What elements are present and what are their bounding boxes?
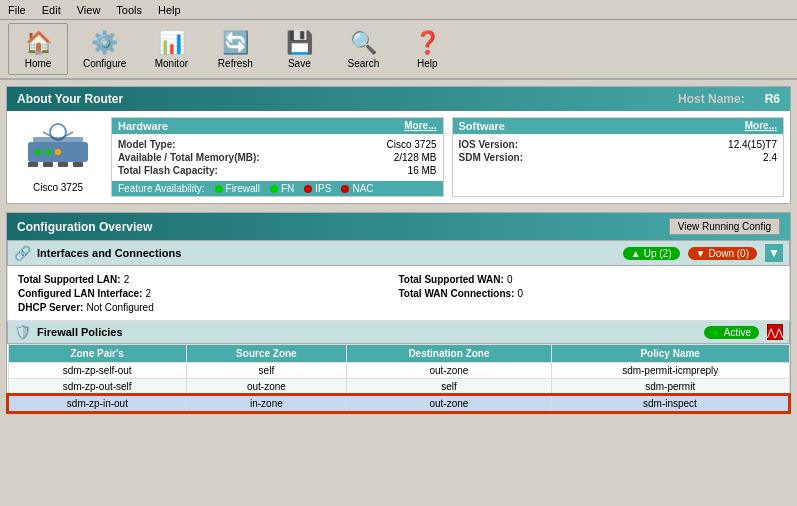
- save-label: Save: [288, 58, 311, 69]
- fw-dest-zone-cell: out-zone: [346, 395, 551, 412]
- fw-col-zone-pair: Zone Pair's: [8, 345, 186, 363]
- feature-ips: IPS: [304, 183, 331, 194]
- hw-model-value: Cisco 3725: [386, 139, 436, 150]
- config-overview-header: Configuration Overview View Running Conf…: [7, 213, 790, 240]
- about-router-panel: About Your Router Host Name: R6: [6, 86, 791, 204]
- svg-rect-8: [28, 162, 38, 167]
- router-image: [23, 122, 93, 182]
- help-icon: ❓: [414, 30, 441, 56]
- refresh-label: Refresh: [218, 58, 253, 69]
- home-button[interactable]: 🏠 Home: [8, 23, 68, 75]
- save-button[interactable]: 💾 Save: [269, 23, 329, 75]
- fw-table-row[interactable]: sdm-zp-out-self out-zone self sdm-permit: [8, 379, 789, 396]
- interfaces-up-count: Up (2): [644, 248, 672, 259]
- monitor-icon: 📊: [158, 30, 185, 56]
- menu-bar: File Edit View Tools Help: [0, 0, 797, 20]
- main-content: About Your Router Host Name: R6: [0, 80, 797, 420]
- sw-ios-value: 12.4(15)T7: [728, 139, 777, 150]
- configure-label: Configure: [83, 58, 126, 69]
- config-overview-title: Configuration Overview: [17, 220, 152, 234]
- interfaces-down-count: Down (0): [708, 248, 749, 259]
- fw-table-row[interactable]: sdm-zp-self-out self out-zone sdm-permit…: [8, 363, 789, 379]
- software-panel-header: Software More...: [453, 118, 784, 134]
- firewall-table: Zone Pair's Source Zone Destination Zone…: [7, 344, 790, 413]
- refresh-button[interactable]: 🔄 Refresh: [205, 23, 265, 75]
- hardware-more-link[interactable]: More...: [404, 120, 436, 132]
- menu-view[interactable]: View: [69, 2, 109, 18]
- hw-row-flash: Total Flash Capacity: 16 MB: [118, 164, 437, 177]
- fw-policy-cell: sdm-permit-icmpreply: [551, 363, 789, 379]
- hw-row-memory: Available / Total Memory(MB): 2/128 MB: [118, 151, 437, 164]
- if-row-2: Configured LAN Interface: 2 Total WAN Co…: [18, 286, 779, 300]
- firewall-expand-button[interactable]: ⋀⋀: [767, 324, 783, 340]
- menu-edit[interactable]: Edit: [34, 2, 69, 18]
- hostname-label: Host Name:: [678, 92, 745, 106]
- total-wan-conn-value: 0: [517, 288, 523, 299]
- home-icon: 🏠: [25, 30, 52, 56]
- home-label: Home: [25, 58, 52, 69]
- if-row-3: DHCP Server: Not Configured: [18, 300, 779, 314]
- firewall-icon: 🛡️: [14, 324, 31, 340]
- software-more-link[interactable]: More...: [745, 120, 777, 132]
- refresh-icon: 🔄: [222, 30, 249, 56]
- fw-col-dest-zone: Destination Zone: [346, 345, 551, 363]
- view-running-config-button[interactable]: View Running Config: [669, 218, 780, 235]
- menu-help[interactable]: Help: [150, 2, 189, 18]
- fw-dest-zone-cell: self: [346, 379, 551, 396]
- hw-memory-value: 2/128 MB: [394, 152, 437, 163]
- help-label: Help: [417, 58, 438, 69]
- svg-rect-10: [58, 162, 68, 167]
- fw-zone-pair-cell: sdm-zp-out-self: [8, 379, 186, 396]
- config-lan-label: Configured LAN Interface:: [18, 288, 142, 299]
- fn-status-dot: [270, 185, 278, 193]
- interfaces-icon: 🔗: [14, 245, 31, 261]
- configure-button[interactable]: ⚙️ Configure: [72, 23, 137, 75]
- sw-ios-label: IOS Version:: [459, 139, 518, 150]
- fw-source-zone-cell: in-zone: [186, 395, 346, 412]
- firewall-title: Firewall Policies: [37, 326, 123, 338]
- fw-zone-pair-cell: sdm-zp-self-out: [8, 363, 186, 379]
- search-button[interactable]: 🔍 Search: [333, 23, 393, 75]
- help-button[interactable]: ❓ Help: [397, 23, 457, 75]
- svg-point-7: [55, 149, 61, 155]
- toolbar: 🏠 Home ⚙️ Configure 📊 Monitor 🔄 Refresh …: [0, 20, 797, 80]
- hardware-panel-header: Hardware More...: [112, 118, 443, 134]
- monitor-label: Monitor: [155, 58, 188, 69]
- router-svg: [23, 122, 93, 177]
- sw-sdm-label: SDM Version:: [459, 152, 523, 163]
- interfaces-collapse-button[interactable]: ▼: [765, 244, 783, 262]
- menu-tools[interactable]: Tools: [108, 2, 150, 18]
- firewall-section-header: 🛡️ Firewall Policies ● Active ⋀⋀: [7, 321, 790, 344]
- fw-table-header-row: Zone Pair's Source Zone Destination Zone…: [8, 345, 789, 363]
- fw-zone-pair-cell: sdm-zp-in-out: [8, 395, 186, 412]
- config-lan-value: 2: [146, 288, 152, 299]
- fw-table-row[interactable]: sdm-zp-in-out in-zone out-zone sdm-inspe…: [8, 395, 789, 412]
- feature-fn-label: FN: [281, 183, 294, 194]
- total-wan-conn-label: Total WAN Connections:: [399, 288, 515, 299]
- config-overview-panel: Configuration Overview View Running Conf…: [6, 212, 791, 414]
- fw-policy-cell: sdm-inspect: [551, 395, 789, 412]
- ips-status-dot: [304, 185, 312, 193]
- configure-icon: ⚙️: [91, 30, 118, 56]
- hw-flash-label: Total Flash Capacity:: [118, 165, 218, 176]
- hw-flash-value: 16 MB: [408, 165, 437, 176]
- interfaces-body: Total Supported LAN: 2 Total Supported W…: [7, 266, 790, 321]
- dhcp-value: Not Configured: [86, 302, 153, 313]
- menu-file[interactable]: File: [0, 2, 34, 18]
- software-title: Software: [459, 120, 505, 132]
- nac-status-dot: [341, 185, 349, 193]
- about-router-title: About Your Router: [17, 92, 123, 106]
- search-label: Search: [348, 58, 380, 69]
- hardware-panel: Hardware More... Model Type: Cisco 3725 …: [111, 117, 444, 197]
- total-wan-value: 0: [507, 274, 513, 285]
- monitor-button[interactable]: 📊 Monitor: [141, 23, 201, 75]
- hostname-value: R6: [765, 92, 780, 106]
- sw-sdm-value: 2.4: [763, 152, 777, 163]
- fw-source-zone-cell: out-zone: [186, 379, 346, 396]
- firewall-status-dot: [215, 185, 223, 193]
- save-icon: 💾: [286, 30, 313, 56]
- feature-nac-label: NAC: [352, 183, 373, 194]
- fw-policy-cell: sdm-permit: [551, 379, 789, 396]
- about-router-header: About Your Router Host Name: R6: [7, 87, 790, 111]
- fw-source-zone-cell: self: [186, 363, 346, 379]
